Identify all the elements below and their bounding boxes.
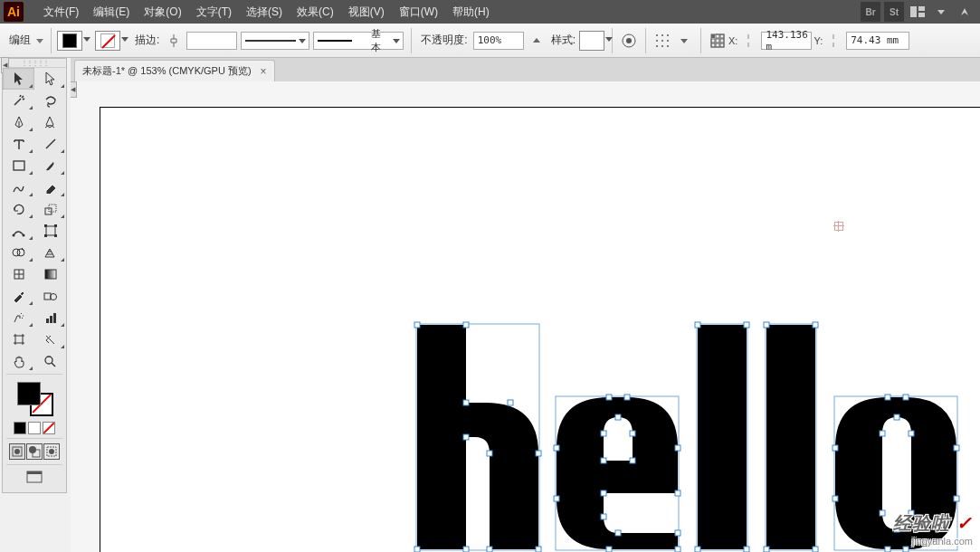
zoom-tool[interactable]: [34, 350, 66, 372]
draw-inside[interactable]: [43, 443, 60, 460]
line-tool[interactable]: [34, 133, 66, 155]
stroke-profile-dropdown[interactable]: [241, 32, 309, 50]
svg-point-16: [656, 45, 658, 47]
svg-rect-37: [44, 224, 47, 227]
svg-point-48: [51, 293, 57, 300]
align-icon[interactable]: [652, 31, 672, 51]
letter-h[interactable]: [416, 324, 539, 550]
svg-rect-40: [54, 234, 57, 237]
perspective-grid-tool[interactable]: [34, 242, 66, 263]
opacity-input[interactable]: 100%: [473, 32, 524, 50]
svg-rect-77: [536, 451, 541, 456]
transform-ref-icon[interactable]: [708, 31, 728, 51]
draw-normal[interactable]: [9, 443, 25, 460]
opacity-label: 不透明度:: [421, 33, 467, 48]
mesh-tool[interactable]: [3, 263, 34, 285]
fill-stroke-indicator[interactable]: [3, 380, 66, 416]
color-mode-solid[interactable]: [14, 422, 26, 434]
draw-behind[interactable]: [26, 443, 43, 460]
slice-tool[interactable]: [34, 328, 66, 350]
recolor-icon[interactable]: [619, 31, 639, 51]
width-tool[interactable]: [3, 220, 34, 242]
svg-point-12: [667, 34, 669, 36]
y-input[interactable]: 74.43 mm: [846, 32, 909, 50]
svg-rect-105: [695, 547, 700, 552]
menu-effect[interactable]: 效果(C): [290, 5, 341, 20]
layout-icon[interactable]: [908, 2, 928, 22]
menu-type[interactable]: 文字(T): [189, 5, 239, 20]
svg-rect-88: [675, 445, 680, 451]
close-tab-icon[interactable]: ×: [261, 65, 267, 78]
style-swatch[interactable]: [579, 31, 604, 51]
svg-marker-19: [680, 39, 688, 43]
svg-point-61: [45, 357, 52, 364]
pen-tool[interactable]: [3, 111, 34, 133]
column-graph-tool[interactable]: [34, 307, 66, 328]
svg-rect-114: [833, 445, 838, 451]
menu-view[interactable]: 视图(V): [341, 5, 392, 20]
eraser-tool[interactable]: [34, 176, 66, 198]
shape-builder-tool[interactable]: [3, 242, 34, 263]
brush-dropdown[interactable]: 基本: [313, 32, 404, 50]
shaper-tool[interactable]: [3, 176, 34, 198]
lasso-tool[interactable]: [34, 90, 66, 111]
x-link-icon[interactable]: [738, 31, 758, 51]
scale-tool[interactable]: [34, 198, 66, 220]
selection-tool[interactable]: [3, 68, 34, 90]
stroke-weight-link-icon[interactable]: [164, 31, 184, 51]
rotate-tool[interactable]: [3, 198, 34, 220]
menu-select[interactable]: 选择(S): [239, 5, 290, 20]
menu-window[interactable]: 窗口(W): [392, 5, 445, 20]
curvature-tool[interactable]: [34, 111, 66, 133]
svg-marker-3: [937, 10, 945, 14]
svg-rect-95: [615, 414, 621, 420]
svg-rect-0: [910, 6, 917, 17]
canvas-area[interactable]: [71, 81, 980, 552]
svg-rect-23: [720, 34, 724, 38]
menu-object[interactable]: 对象(O): [137, 5, 188, 20]
letter-l-1[interactable]: [697, 324, 747, 550]
menu-file[interactable]: 文件(F): [36, 5, 86, 20]
align-dropdown-icon[interactable]: [674, 31, 694, 51]
panel-grip[interactable]: [3, 59, 66, 68]
type-tool[interactable]: [3, 133, 34, 155]
eyedropper-tool[interactable]: [3, 285, 34, 307]
svg-rect-126: [894, 414, 899, 420]
screen-mode-button[interactable]: [3, 467, 66, 487]
svg-rect-26: [720, 39, 724, 43]
gradient-tool[interactable]: [34, 263, 66, 285]
svg-point-15: [667, 40, 669, 42]
magic-wand-tool[interactable]: [3, 90, 34, 111]
blend-tool[interactable]: [34, 285, 66, 307]
stock-icon[interactable]: St: [884, 2, 904, 22]
fill-indicator[interactable]: [17, 382, 41, 405]
artboard[interactable]: [100, 107, 980, 552]
rectangle-tool[interactable]: [3, 155, 34, 176]
paintbrush-tool[interactable]: [34, 155, 66, 176]
bridge-icon[interactable]: Br: [861, 2, 880, 22]
direct-selection-tool[interactable]: [34, 68, 66, 90]
layout-dropdown-icon[interactable]: [931, 2, 951, 22]
svg-rect-36: [46, 226, 55, 235]
rocket-icon[interactable]: [955, 2, 975, 22]
artboard-tool[interactable]: [3, 328, 34, 350]
document-tab[interactable]: 未标题-1* @ 153% (CMYK/GPU 预览) ×: [74, 60, 275, 81]
letter-l-2[interactable]: [766, 324, 816, 550]
y-link-icon[interactable]: [823, 31, 843, 51]
opacity-dropdown-icon[interactable]: [527, 31, 547, 51]
stroke-weight-input[interactable]: [186, 32, 237, 50]
color-mode-gradient[interactable]: [28, 422, 41, 434]
color-mode-none[interactable]: [43, 422, 55, 434]
canvas-panel-toggle[interactable]: [71, 81, 77, 98]
svg-rect-103: [695, 322, 700, 328]
symbol-sprayer-tool[interactable]: [3, 307, 34, 328]
free-transform-tool[interactable]: [34, 220, 66, 242]
app-logo: Ai: [4, 2, 24, 22]
menu-edit[interactable]: 编辑(E): [86, 5, 137, 20]
x-input[interactable]: 143.136 m: [761, 32, 812, 50]
hand-tool[interactable]: [3, 350, 34, 372]
fill-swatch[interactable]: [57, 31, 82, 51]
menu-help[interactable]: 帮助(H): [445, 5, 497, 20]
stroke-swatch[interactable]: [95, 31, 120, 51]
svg-rect-52: [15, 336, 23, 343]
